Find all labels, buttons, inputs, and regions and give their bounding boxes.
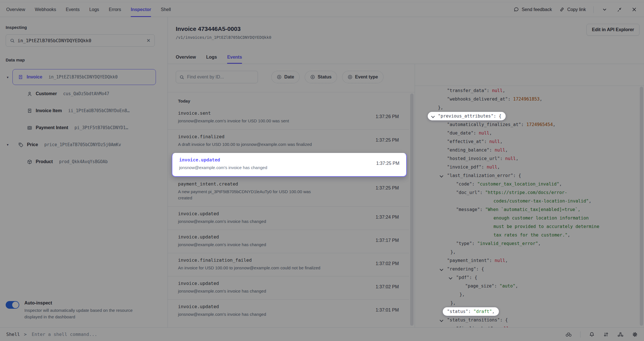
json-line: "ending_balance": null, [415,146,638,154]
filter-pill-date[interactable]: Date [271,71,300,83]
edit-in-api-explorer-button[interactable]: Edit in API Explorer [586,24,639,36]
copy-link-button[interactable]: Copy link [559,7,586,12]
inspecting-search-input[interactable]: in_1PtEZlB705bCDNYDQYEDQkk0 ✕ [6,34,155,47]
json-line: tax rates for the customer.", [415,231,638,239]
tab-overview[interactable]: Overview [176,55,196,64]
sidebar-item-invoice-item[interactable]: Invoice Itemii_1PtEaUB705bCDNYDoEn8… [6,102,162,119]
nav-tab-errors[interactable]: Errors [109,2,121,17]
inspecting-search-value: in_1PtEZlB705bCDNYDQYEDQkk0 [18,38,144,43]
tab-events[interactable]: Events [227,55,242,64]
nav-tab-logs[interactable]: Logs [89,2,99,17]
caret-down-icon[interactable]: ▾ [7,143,9,147]
clear-search-icon[interactable]: ✕ [147,38,151,44]
inspecting-label: Inspecting [6,25,162,30]
event-type: payment_intent.created [178,181,387,187]
send-feedback-label: Send feedback [522,7,552,12]
settings-gear-icon[interactable] [632,332,638,337]
price-icon [18,142,24,148]
chevron-expand-icon[interactable] [432,115,434,118]
top-nav-tabs: OverviewWebhooksEventsLogsErrorsInspecto… [0,2,171,17]
json-line: "previous_attributes": { [415,112,638,120]
event-row-selected[interactable]: invoice.updatedjonsnow@example.com's inv… [172,153,407,177]
nav-tab-inspector[interactable]: Inspector [131,2,151,17]
invoice-item-icon [27,108,32,114]
event-timestamp: 1:37:02 PM [376,261,399,266]
events-panel: Find event by ID... DateStatusEvent type… [168,64,415,327]
nav-tab-shell[interactable]: Shell [161,2,171,17]
event-description: A draft invoice for USD 100.00 to jonsno… [178,141,387,148]
chevron-down-icon[interactable] [601,6,608,13]
json-line: "automatically_finalizes_at": 1724965454… [415,120,638,129]
event-row[interactable]: invoice.updatedjonsnow@example.com's inv… [168,299,409,323]
tree-item-id: cus_QaDz5bdtAhMo47 [63,91,109,96]
circle-plus-icon [348,74,353,80]
chevron-expand-icon[interactable] [440,174,443,177]
event-type: invoice.updated [178,281,387,286]
json-line: "transfer_data": null, [415,86,638,95]
nav-tab-overview[interactable]: Overview [6,2,25,17]
event-description: jonsnow@example.com's invoice has change… [178,242,387,248]
sidebar-item-product[interactable]: Productprod_Qkk4AvqYsBGOAb [6,153,162,170]
json-line: "rendering": { [415,265,638,273]
event-timestamp: 1:37:25 PM [376,186,399,191]
json-line: enough customer location information [415,214,638,222]
event-description: jonsnow@example.com's invoice has change… [179,165,389,171]
event-row[interactable]: invoice.finalizedA draft invoice for USD… [168,129,409,153]
event-type: invoice.updated [178,211,387,216]
filter-pills: DateStatusEvent type [271,71,384,83]
sidebar-item-invoice[interactable]: ▾Invoicein_1PtEZlB705bCDNYDQYEDQkk0 [6,69,162,85]
search-icon [179,75,184,80]
tree-item-id: ii_1PtEaUB705bCDNYDoEn8… [68,108,130,113]
close-icon[interactable] [630,6,638,13]
webhook-icon[interactable] [617,332,624,337]
event-description: A new payment pi_3PtF5tB705bCDNYD1leAuTy… [178,189,325,201]
nav-tab-events[interactable]: Events [66,2,80,17]
event-row[interactable]: invoice.updatedjonsnow@example.com's inv… [168,276,409,299]
auto-inspect-toggle[interactable] [6,301,19,309]
sidebar-item-payment-intent[interactable]: Payment Intentpi_3PtF5tB705bCDNYD1… [6,119,162,136]
filter-pill-status[interactable]: Status [305,71,337,83]
json-line: }, [415,103,638,112]
find-event-input[interactable]: Find event by ID... [176,71,258,83]
tab-logs[interactable]: Logs [206,55,217,64]
event-row[interactable]: invoice.updatedjonsnow@example.com's inv… [168,206,409,230]
event-timestamp: 1:37:02 PM [376,284,399,289]
workbench-panel: OverviewWebhooksEventsLogsErrorsInspecto… [0,0,644,341]
payment-intent-icon [27,125,32,131]
json-scrollbar[interactable] [640,87,643,326]
event-row[interactable]: invoice.sentjonsnow@example.com's invoic… [168,106,409,129]
sidebar-item-price[interactable]: ▾Priceprice_1PtEaTB705bCDNYDz5j0AmKv [6,136,162,153]
sort-arrows-icon[interactable] [603,332,609,337]
event-timestamp: 1:37:26 PM [376,114,399,119]
binoculars-icon[interactable] [565,332,572,337]
chevron-expand-icon[interactable] [449,276,452,279]
notifications-bell-icon[interactable] [589,332,595,337]
selected-tree-item-box: Invoicein_1PtEZlB705bCDNYDQYEDQkk0 [12,69,156,85]
chevron-expand-icon[interactable] [440,268,443,270]
caret-down-icon[interactable]: ▾ [7,75,9,79]
event-row[interactable]: invoice.finalization_failedAn invoice fo… [168,253,409,276]
event-row[interactable]: payment_intent.createdA new payment pi_3… [168,177,409,206]
inspector-sidebar: Inspecting in_1PtEZlB705bCDNYDQYEDQkk0 ✕… [0,17,168,327]
tree-item-label: Invoice Item [36,108,62,113]
json-line: "doc_url": "https://stripe.com/docs/erro… [415,188,638,197]
events-scrollbar[interactable] [410,93,414,326]
event-timestamp: 1:37:25 PM [376,161,399,166]
nav-tab-webhooks[interactable]: Webhooks [35,2,56,17]
chevron-expand-icon[interactable] [440,319,443,321]
json-line: "code": "customer_tax_location_invalid", [415,180,638,188]
event-row[interactable]: invoice.updatedjonsnow@example.com's inv… [168,230,409,253]
json-highlight-pill: "status": "draft", [443,307,499,316]
shell-command-input[interactable]: Enter a shell command... [32,332,97,337]
filter-pill-event-type[interactable]: Event type [342,71,384,83]
page-title: Invoice 473446A5-0003 [176,25,241,32]
collapse-icon[interactable] [616,6,623,13]
send-feedback-button[interactable]: Send feedback [514,7,552,12]
event-list: Todayinvoice.sentjonsnow@example.com's i… [168,92,409,327]
json-line: "webhooks_delivered_at": 1724961853, [415,95,638,103]
event-description: An invoice for USD 100.00 to jonsnow@exa… [178,265,387,271]
sidebar-item-customer[interactable]: Customercus_QaDz5bdtAhMo47 [6,85,162,102]
event-json-panel: "transfer_data": null,"webhooks_delivere… [415,64,644,327]
json-line: "message": "When `automatic_tax[enabled]… [415,205,638,214]
json-highlight-pill: "previous_attributes": { [428,112,506,120]
